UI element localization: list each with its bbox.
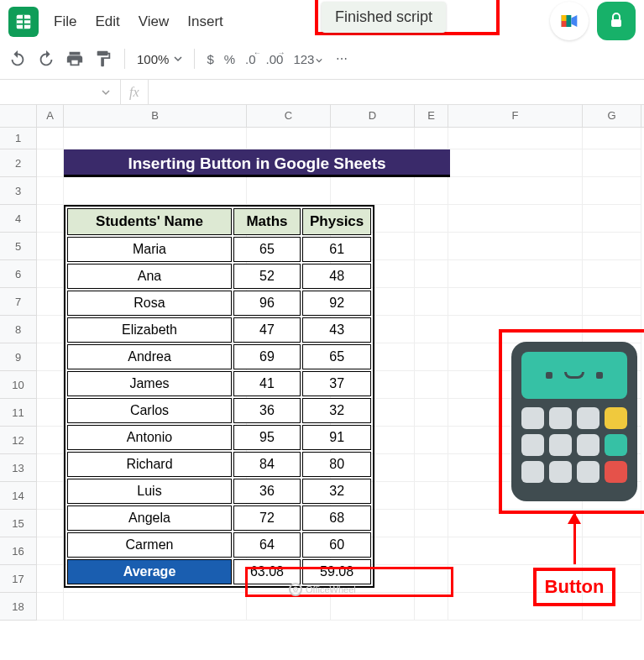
cell[interactable] bbox=[415, 343, 448, 371]
cell[interactable] bbox=[37, 316, 64, 343]
cell[interactable] bbox=[448, 233, 583, 260]
cell-physics[interactable]: 68 bbox=[302, 505, 371, 531]
cell[interactable] bbox=[415, 371, 448, 399]
cell-name[interactable]: Maria bbox=[67, 237, 232, 262]
menu-view[interactable]: View bbox=[139, 13, 170, 30]
cell-physics[interactable]: 91 bbox=[302, 425, 371, 450]
cell[interactable] bbox=[415, 128, 448, 149]
cell-name[interactable]: Carmen bbox=[67, 532, 232, 558]
cell[interactable] bbox=[37, 371, 64, 399]
cell[interactable] bbox=[415, 510, 448, 537]
row-header[interactable]: 10 bbox=[0, 371, 36, 399]
cell[interactable] bbox=[583, 177, 641, 205]
cell-physics[interactable]: 48 bbox=[302, 264, 371, 289]
cell[interactable] bbox=[64, 128, 247, 149]
cell[interactable] bbox=[415, 399, 448, 427]
row-header[interactable]: 16 bbox=[0, 537, 36, 565]
paint-format-icon[interactable] bbox=[94, 50, 113, 68]
cell-name[interactable]: Richard bbox=[67, 452, 232, 477]
cell[interactable] bbox=[37, 399, 64, 427]
cell-maths[interactable]: 96 bbox=[233, 291, 301, 316]
cell-physics[interactable]: 65 bbox=[302, 344, 371, 369]
cell[interactable] bbox=[583, 288, 641, 316]
cell[interactable] bbox=[64, 177, 247, 205]
col-header-B[interactable]: B bbox=[64, 105, 247, 127]
sheets-logo[interactable] bbox=[8, 7, 39, 37]
cell[interactable] bbox=[415, 454, 448, 482]
avg-label[interactable]: Average bbox=[67, 559, 232, 584]
calculator-button[interactable] bbox=[511, 342, 637, 501]
row-header[interactable]: 11 bbox=[0, 399, 36, 427]
row-header[interactable]: 5 bbox=[0, 233, 36, 260]
cell[interactable] bbox=[64, 593, 247, 621]
share-button[interactable] bbox=[597, 2, 636, 40]
cell[interactable] bbox=[415, 316, 448, 343]
cell-physics[interactable]: 32 bbox=[302, 479, 371, 504]
decrease-decimal-button[interactable]: ←.0 bbox=[245, 52, 256, 66]
th-maths[interactable]: Maths bbox=[233, 208, 301, 235]
cell-maths[interactable]: 69 bbox=[233, 344, 301, 369]
cell[interactable] bbox=[37, 593, 64, 621]
cell[interactable] bbox=[247, 177, 331, 205]
increase-decimal-button[interactable]: →.00 bbox=[266, 52, 284, 66]
cell-name[interactable]: Antonio bbox=[67, 425, 232, 450]
cell[interactable] bbox=[37, 260, 64, 288]
cell-name[interactable]: James bbox=[67, 371, 232, 396]
cell-physics[interactable]: 32 bbox=[302, 398, 371, 423]
cell[interactable] bbox=[37, 128, 64, 149]
row-header[interactable]: 17 bbox=[0, 565, 36, 593]
cell[interactable] bbox=[37, 482, 64, 510]
row-header[interactable]: 9 bbox=[0, 343, 36, 371]
cell[interactable] bbox=[415, 177, 448, 205]
cell[interactable] bbox=[583, 128, 641, 149]
row-header[interactable]: 12 bbox=[0, 427, 36, 454]
cell-name[interactable]: Luis bbox=[67, 479, 232, 504]
row-header[interactable]: 8 bbox=[0, 316, 36, 343]
cell-physics[interactable]: 80 bbox=[302, 452, 371, 477]
cell[interactable] bbox=[415, 233, 448, 260]
th-name[interactable]: Students' Name bbox=[67, 208, 232, 235]
cell-maths[interactable]: 41 bbox=[233, 371, 301, 396]
cell[interactable] bbox=[37, 427, 64, 454]
cell-maths[interactable]: 64 bbox=[233, 532, 301, 558]
more-formats-button[interactable]: 123 bbox=[293, 52, 322, 66]
col-header-F[interactable]: F bbox=[448, 105, 583, 127]
row-header[interactable]: 14 bbox=[0, 482, 36, 510]
row-header[interactable]: 3 bbox=[0, 177, 36, 205]
cell[interactable] bbox=[37, 510, 64, 537]
redo-icon[interactable] bbox=[37, 50, 55, 68]
cell-maths[interactable]: 47 bbox=[233, 317, 301, 343]
row-header[interactable]: 15 bbox=[0, 510, 36, 537]
col-header-A[interactable]: A bbox=[37, 105, 64, 127]
cell-maths[interactable]: 36 bbox=[233, 479, 301, 504]
cell[interactable] bbox=[37, 288, 64, 316]
cell[interactable] bbox=[331, 177, 415, 205]
row-header[interactable]: 7 bbox=[0, 288, 36, 316]
cell[interactable] bbox=[37, 565, 64, 593]
cell[interactable] bbox=[415, 288, 448, 316]
cell[interactable] bbox=[415, 537, 448, 565]
cell[interactable] bbox=[415, 260, 448, 288]
cell-maths[interactable]: 36 bbox=[233, 398, 301, 423]
col-header-C[interactable]: C bbox=[247, 105, 331, 127]
cell[interactable] bbox=[448, 128, 583, 149]
th-physics[interactable]: Physics bbox=[302, 208, 371, 235]
cell[interactable] bbox=[583, 260, 641, 288]
cell[interactable] bbox=[415, 205, 448, 233]
cell-maths[interactable]: 52 bbox=[233, 264, 301, 289]
cell-maths[interactable]: 65 bbox=[233, 237, 301, 262]
row-header[interactable]: 2 bbox=[0, 149, 36, 177]
row-header[interactable]: 13 bbox=[0, 454, 36, 482]
cell[interactable] bbox=[583, 233, 641, 260]
meet-icon[interactable] bbox=[550, 2, 589, 40]
undo-icon[interactable] bbox=[8, 50, 27, 68]
cell[interactable] bbox=[37, 233, 64, 260]
cell[interactable] bbox=[583, 205, 641, 233]
row-header[interactable]: 18 bbox=[0, 593, 36, 621]
menu-insert[interactable]: Insert bbox=[187, 13, 223, 30]
cell-physics[interactable]: 60 bbox=[302, 532, 371, 558]
cell-maths[interactable]: 72 bbox=[233, 505, 301, 531]
currency-button[interactable]: $ bbox=[207, 52, 213, 66]
cell-name[interactable]: Rosa bbox=[67, 291, 232, 316]
cell[interactable] bbox=[37, 149, 64, 177]
